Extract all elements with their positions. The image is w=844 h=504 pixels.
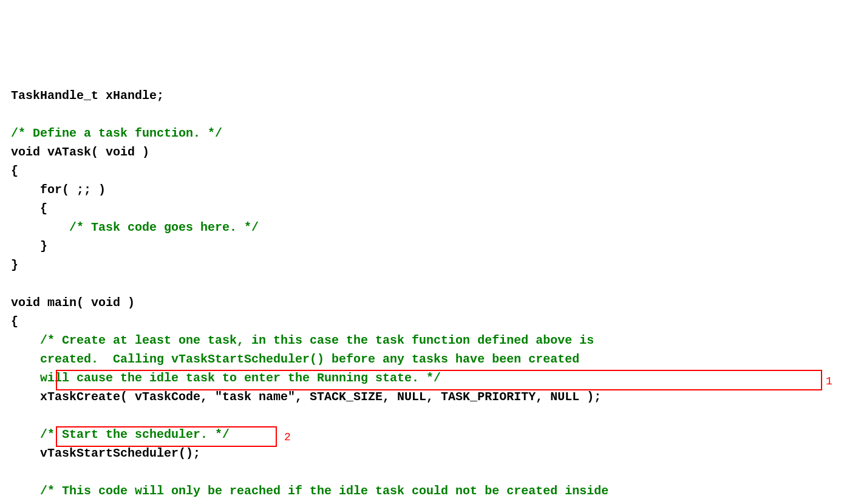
code-line: TaskHandle_t xHandle; bbox=[11, 89, 164, 103]
code-line: void vATask( void ) bbox=[11, 145, 149, 159]
code-line-highlighted: vTaskStartScheduler(); bbox=[11, 446, 200, 460]
code-block: TaskHandle_t xHandle; /* Define a task f… bbox=[11, 67, 833, 504]
highlight-label-1: 1 bbox=[826, 373, 832, 390]
code-comment: /* Define a task function. */ bbox=[11, 126, 222, 140]
code-comment: /* Create at least one task, in this cas… bbox=[11, 333, 594, 347]
code-line-highlighted: xTaskCreate( vTaskCode, "task name", STA… bbox=[11, 390, 601, 404]
code-comment: /* This code will only be reached if the… bbox=[11, 484, 608, 498]
code-line: { bbox=[11, 315, 18, 329]
code-line: for( ;; ) bbox=[11, 183, 106, 197]
code-comment: created. Calling vTaskStartScheduler() b… bbox=[11, 352, 579, 366]
code-comment: /* Task code goes here. */ bbox=[11, 220, 259, 234]
code-comment: /* Start the scheduler. */ bbox=[11, 427, 230, 441]
code-line: void main( void ) bbox=[11, 296, 135, 310]
code-line: } bbox=[11, 239, 47, 253]
code-comment: will cause the idle task to enter the Ru… bbox=[11, 371, 441, 385]
code-line: } bbox=[11, 258, 18, 272]
highlight-label-2: 2 bbox=[284, 429, 291, 446]
code-line: { bbox=[11, 164, 18, 178]
code-line: { bbox=[11, 202, 47, 216]
